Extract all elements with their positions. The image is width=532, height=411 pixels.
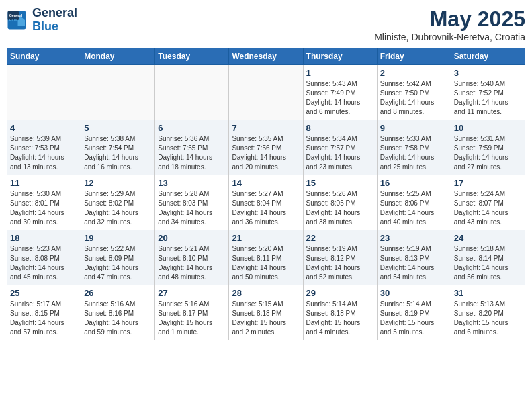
day-cell: 20Sunrise: 5:21 AM Sunset: 8:10 PM Dayli…	[155, 230, 229, 285]
day-number: 27	[158, 288, 226, 298]
day-cell	[155, 65, 229, 120]
day-info: Sunrise: 5:43 AM Sunset: 7:49 PM Dayligh…	[306, 79, 374, 117]
day-number: 1	[306, 68, 374, 78]
day-cell: 6Sunrise: 5:36 AM Sunset: 7:55 PM Daylig…	[155, 120, 229, 175]
logo: General Blue General Blue	[7, 7, 77, 34]
day-number: 11	[10, 178, 78, 188]
day-number: 28	[232, 288, 300, 298]
day-info: Sunrise: 5:18 AM Sunset: 8:14 PM Dayligh…	[454, 244, 522, 282]
day-number: 6	[158, 123, 226, 133]
day-cell: 21Sunrise: 5:20 AM Sunset: 8:11 PM Dayli…	[229, 230, 303, 285]
week-row-1: 1Sunrise: 5:43 AM Sunset: 7:49 PM Daylig…	[7, 65, 525, 120]
weekday-friday: Friday	[377, 48, 451, 65]
day-cell: 24Sunrise: 5:18 AM Sunset: 8:14 PM Dayli…	[451, 230, 525, 285]
day-cell: 7Sunrise: 5:35 AM Sunset: 7:56 PM Daylig…	[229, 120, 303, 175]
day-info: Sunrise: 5:33 AM Sunset: 7:58 PM Dayligh…	[380, 134, 448, 172]
weekday-sunday: Sunday	[7, 48, 81, 65]
day-number: 15	[306, 178, 374, 188]
day-cell: 18Sunrise: 5:23 AM Sunset: 8:08 PM Dayli…	[7, 230, 81, 285]
weekday-tuesday: Tuesday	[155, 48, 229, 65]
day-number: 3	[454, 68, 522, 78]
day-cell: 16Sunrise: 5:25 AM Sunset: 8:06 PM Dayli…	[377, 175, 451, 230]
day-info: Sunrise: 5:19 AM Sunset: 8:13 PM Dayligh…	[380, 244, 448, 282]
day-info: Sunrise: 5:22 AM Sunset: 8:09 PM Dayligh…	[84, 244, 152, 282]
day-number: 13	[158, 178, 226, 188]
day-info: Sunrise: 5:17 AM Sunset: 8:15 PM Dayligh…	[10, 300, 78, 337]
day-info: Sunrise: 5:35 AM Sunset: 7:56 PM Dayligh…	[232, 134, 300, 172]
day-number: 12	[84, 178, 152, 188]
day-info: Sunrise: 5:23 AM Sunset: 8:08 PM Dayligh…	[10, 244, 78, 282]
week-row-3: 11Sunrise: 5:30 AM Sunset: 8:01 PM Dayli…	[7, 175, 525, 230]
day-number: 26	[84, 288, 152, 298]
day-cell: 9Sunrise: 5:33 AM Sunset: 7:58 PM Daylig…	[377, 120, 451, 175]
day-number: 17	[454, 178, 522, 188]
day-number: 25	[10, 288, 78, 298]
day-number: 4	[10, 123, 78, 133]
day-info: Sunrise: 5:21 AM Sunset: 8:10 PM Dayligh…	[158, 244, 226, 282]
day-number: 23	[380, 233, 448, 243]
day-cell: 17Sunrise: 5:24 AM Sunset: 8:07 PM Dayli…	[451, 175, 525, 230]
day-info: Sunrise: 5:42 AM Sunset: 7:50 PM Dayligh…	[380, 79, 448, 117]
day-info: Sunrise: 5:13 AM Sunset: 8:20 PM Dayligh…	[454, 300, 522, 337]
day-info: Sunrise: 5:30 AM Sunset: 8:01 PM Dayligh…	[10, 189, 78, 227]
page-header: General Blue General Blue May 2025 Mlini…	[7, 7, 525, 42]
day-cell: 4Sunrise: 5:39 AM Sunset: 7:53 PM Daylig…	[7, 120, 81, 175]
day-info: Sunrise: 5:16 AM Sunset: 8:16 PM Dayligh…	[84, 300, 152, 337]
month-title: May 2025	[374, 7, 525, 32]
weekday-thursday: Thursday	[303, 48, 377, 65]
day-cell: 14Sunrise: 5:27 AM Sunset: 8:04 PM Dayli…	[229, 175, 303, 230]
svg-text:General: General	[9, 13, 23, 17]
day-number: 31	[454, 288, 522, 298]
day-cell: 29Sunrise: 5:14 AM Sunset: 8:18 PM Dayli…	[303, 285, 377, 340]
day-cell: 5Sunrise: 5:38 AM Sunset: 7:54 PM Daylig…	[81, 120, 155, 175]
weekday-wednesday: Wednesday	[229, 48, 303, 65]
logo-text: General Blue	[32, 7, 77, 34]
day-number: 8	[306, 123, 374, 133]
svg-text:Blue: Blue	[9, 17, 17, 21]
day-number: 29	[306, 288, 374, 298]
day-number: 5	[84, 123, 152, 133]
day-cell: 13Sunrise: 5:28 AM Sunset: 8:03 PM Dayli…	[155, 175, 229, 230]
day-info: Sunrise: 5:16 AM Sunset: 8:17 PM Dayligh…	[158, 300, 226, 337]
weekday-header-row: SundayMondayTuesdayWednesdayThursdayFrid…	[7, 48, 525, 65]
day-number: 7	[232, 123, 300, 133]
weekday-saturday: Saturday	[451, 48, 525, 65]
logo-icon: General Blue	[7, 10, 27, 30]
day-number: 2	[380, 68, 448, 78]
weekday-monday: Monday	[81, 48, 155, 65]
week-row-2: 4Sunrise: 5:39 AM Sunset: 7:53 PM Daylig…	[7, 120, 525, 175]
day-info: Sunrise: 5:28 AM Sunset: 8:03 PM Dayligh…	[158, 189, 226, 227]
day-cell	[7, 65, 81, 120]
day-cell: 23Sunrise: 5:19 AM Sunset: 8:13 PM Dayli…	[377, 230, 451, 285]
day-cell: 26Sunrise: 5:16 AM Sunset: 8:16 PM Dayli…	[81, 285, 155, 340]
day-info: Sunrise: 5:15 AM Sunset: 8:18 PM Dayligh…	[232, 300, 300, 337]
day-cell: 12Sunrise: 5:29 AM Sunset: 8:02 PM Dayli…	[81, 175, 155, 230]
day-number: 10	[454, 123, 522, 133]
day-info: Sunrise: 5:24 AM Sunset: 8:07 PM Dayligh…	[454, 189, 522, 227]
day-info: Sunrise: 5:31 AM Sunset: 7:59 PM Dayligh…	[454, 134, 522, 172]
day-info: Sunrise: 5:14 AM Sunset: 8:18 PM Dayligh…	[306, 300, 374, 337]
day-number: 18	[10, 233, 78, 243]
day-cell: 31Sunrise: 5:13 AM Sunset: 8:20 PM Dayli…	[451, 285, 525, 340]
day-number: 20	[158, 233, 226, 243]
day-info: Sunrise: 5:40 AM Sunset: 7:52 PM Dayligh…	[454, 79, 522, 117]
day-number: 21	[232, 233, 300, 243]
day-number: 24	[454, 233, 522, 243]
day-cell: 2Sunrise: 5:42 AM Sunset: 7:50 PM Daylig…	[377, 65, 451, 120]
day-cell: 30Sunrise: 5:14 AM Sunset: 8:19 PM Dayli…	[377, 285, 451, 340]
day-number: 14	[232, 178, 300, 188]
day-info: Sunrise: 5:25 AM Sunset: 8:06 PM Dayligh…	[380, 189, 448, 227]
day-info: Sunrise: 5:26 AM Sunset: 8:05 PM Dayligh…	[306, 189, 374, 227]
day-number: 19	[84, 233, 152, 243]
day-cell: 28Sunrise: 5:15 AM Sunset: 8:18 PM Dayli…	[229, 285, 303, 340]
day-info: Sunrise: 5:27 AM Sunset: 8:04 PM Dayligh…	[232, 189, 300, 227]
day-number: 9	[380, 123, 448, 133]
day-info: Sunrise: 5:34 AM Sunset: 7:57 PM Dayligh…	[306, 134, 374, 172]
calendar-table: SundayMondayTuesdayWednesdayThursdayFrid…	[7, 48, 525, 340]
location: Mliniste, Dubrovnik-Neretva, Croatia	[374, 32, 525, 42]
title-block: May 2025 Mliniste, Dubrovnik-Neretva, Cr…	[374, 7, 525, 42]
day-cell: 8Sunrise: 5:34 AM Sunset: 7:57 PM Daylig…	[303, 120, 377, 175]
week-row-4: 18Sunrise: 5:23 AM Sunset: 8:08 PM Dayli…	[7, 230, 525, 285]
day-cell: 27Sunrise: 5:16 AM Sunset: 8:17 PM Dayli…	[155, 285, 229, 340]
day-cell: 11Sunrise: 5:30 AM Sunset: 8:01 PM Dayli…	[7, 175, 81, 230]
